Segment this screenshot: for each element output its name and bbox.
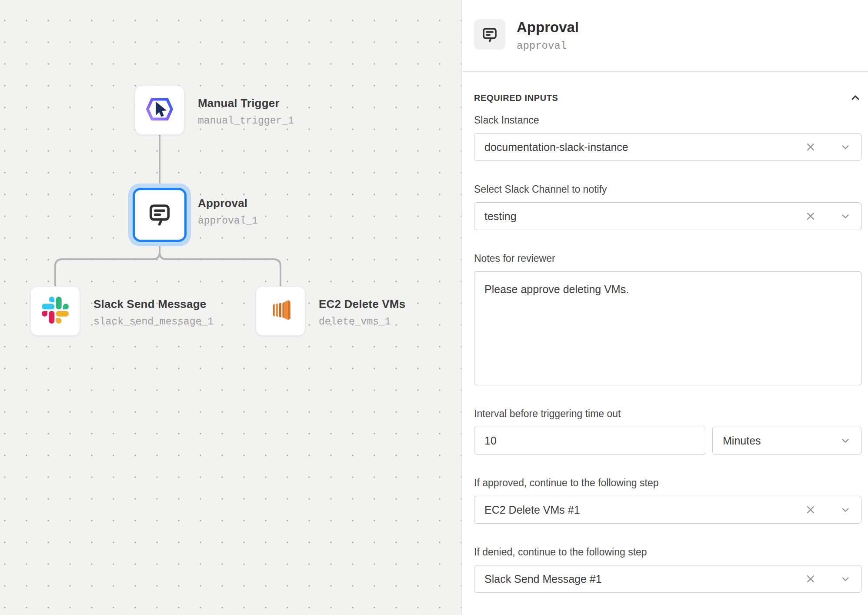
required-inputs-section-header[interactable]: REQUIRED INPUTS [474, 92, 861, 104]
node-slack-send-message[interactable] [30, 286, 80, 336]
node-label-ec2-delete-vms: EC2 Delete VMs delete_vms_1 [319, 297, 405, 328]
workflow-canvas[interactable]: Manual Trigger manual_trigger_1 Approval… [0, 0, 461, 615]
node-label-manual-trigger: Manual Trigger manual_trigger_1 [198, 97, 294, 127]
node-label-slack-send-message: Slack Send Message slack_send_message_1 [93, 297, 214, 328]
node-subtitle: delete_vms_1 [319, 316, 405, 328]
panel-header: Approval approval [462, 0, 868, 52]
node-subtitle: slack_send_message_1 [93, 316, 214, 328]
interval-unit-value: Minutes [723, 435, 839, 447]
manual-trigger-icon [144, 93, 176, 127]
interval-input-wrap [474, 427, 706, 455]
interval-label: Interval before triggering time out [474, 408, 861, 420]
node-title: Manual Trigger [198, 97, 294, 110]
notes-textarea[interactable]: Please approve deleting VMs. [484, 283, 851, 374]
panel-title: Approval [517, 19, 579, 36]
slack-instance-label: Slack Instance [474, 114, 861, 126]
panel-step-id: approval [517, 40, 579, 52]
node-subtitle: manual_trigger_1 [198, 115, 294, 127]
approval-icon [146, 200, 174, 230]
if-denied-value[interactable] [484, 573, 805, 585]
node-approval[interactable] [133, 188, 187, 242]
chevron-down-icon[interactable] [839, 141, 851, 153]
chevron-down-icon[interactable] [839, 435, 851, 447]
slack-channel-value[interactable] [484, 210, 805, 223]
if-denied-label: If denied, continue to the following ste… [474, 546, 861, 558]
panel-header-divider [462, 71, 868, 72]
chevron-down-icon[interactable] [839, 210, 851, 222]
panel-header-texts: Approval approval [517, 19, 579, 52]
if-approved-value[interactable] [484, 504, 805, 516]
interval-input[interactable] [484, 435, 696, 447]
clear-icon[interactable] [805, 573, 817, 585]
node-title: Slack Send Message [93, 297, 214, 311]
node-subtitle: approval_1 [198, 215, 258, 227]
node-title: EC2 Delete VMs [319, 297, 405, 311]
clear-icon[interactable] [805, 210, 817, 222]
slack-instance-value[interactable] [484, 141, 805, 154]
edge-approval-to-slack [55, 247, 160, 286]
clear-icon[interactable] [805, 141, 817, 153]
ec2-icon [267, 296, 294, 326]
node-ec2-delete-vms[interactable] [256, 286, 305, 336]
slack-instance-select[interactable] [474, 133, 861, 161]
chevron-up-icon[interactable] [849, 92, 861, 104]
chevron-down-icon[interactable] [839, 573, 851, 585]
node-approval-selection-halo [128, 184, 191, 246]
if-approved-select[interactable] [474, 496, 861, 524]
node-label-approval: Approval approval_1 [198, 197, 258, 227]
step-config-panel: Approval approval REQUIRED INPUTS Slack … [461, 0, 868, 615]
if-approved-label: If approved, continue to the following s… [474, 477, 861, 489]
notes-label: Notes for reviewer [474, 253, 861, 264]
interval-unit-select[interactable]: Minutes [712, 427, 861, 455]
edge-approval-to-ec2 [160, 252, 280, 286]
section-title: REQUIRED INPUTS [474, 93, 558, 103]
notes-textarea-wrap: Please approve deleting VMs. [474, 271, 861, 385]
if-denied-select[interactable] [474, 565, 861, 593]
workflow-editor: Manual Trigger manual_trigger_1 Approval… [0, 0, 868, 615]
clear-icon[interactable] [805, 504, 817, 516]
slack-channel-label: Select Slack Channel to notify [474, 184, 861, 195]
node-title: Approval [198, 197, 258, 210]
panel-body: REQUIRED INPUTS Slack Instance [462, 92, 868, 593]
slack-icon [42, 297, 69, 325]
node-manual-trigger[interactable] [135, 85, 184, 135]
slack-channel-select[interactable] [474, 202, 861, 230]
approval-icon [474, 19, 505, 50]
chevron-down-icon[interactable] [839, 504, 851, 516]
